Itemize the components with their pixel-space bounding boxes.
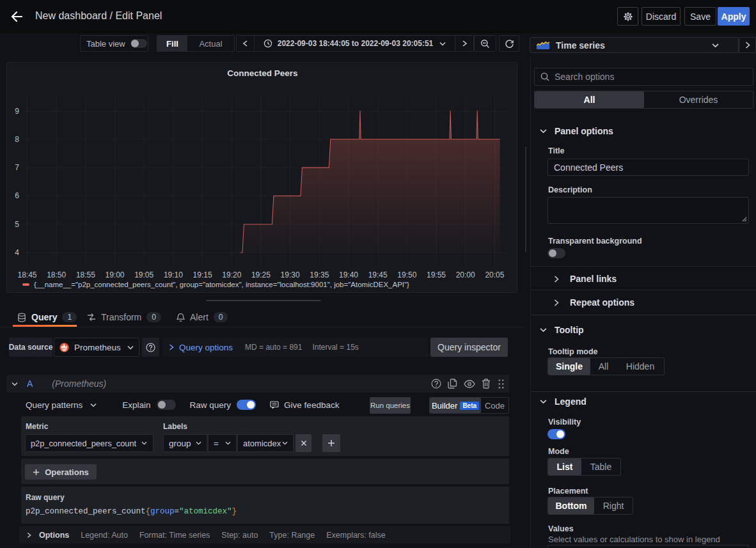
svg-text:19:45: 19:45	[368, 270, 388, 279]
svg-text:19:50: 19:50	[397, 270, 416, 279]
svg-text:8: 8	[15, 135, 19, 144]
svg-text:19:15: 19:15	[193, 270, 212, 279]
svg-text:19:00: 19:00	[105, 270, 124, 279]
svg-text:19:25: 19:25	[251, 270, 271, 279]
svg-text:19:30: 19:30	[281, 270, 300, 279]
svg-text:6: 6	[15, 191, 19, 200]
svg-text:9: 9	[15, 107, 19, 116]
svg-text:4: 4	[15, 248, 19, 257]
svg-text:5: 5	[15, 220, 19, 229]
svg-text:19:35: 19:35	[310, 270, 329, 279]
svg-text:7: 7	[15, 163, 19, 172]
svg-text:20:05: 20:05	[485, 270, 504, 279]
svg-text:19:40: 19:40	[339, 270, 358, 279]
svg-text:18:45: 18:45	[17, 270, 36, 279]
svg-text:20:00: 20:00	[456, 270, 475, 279]
svg-text:19:20: 19:20	[222, 270, 241, 279]
svg-text:19:55: 19:55	[427, 270, 446, 279]
svg-text:{__name__="p2p_connected_peers: {__name__="p2p_connected_peers_count", g…	[34, 281, 409, 288]
svg-text:19:05: 19:05	[134, 270, 154, 279]
svg-text:18:55: 18:55	[76, 270, 95, 279]
svg-text:18:50: 18:50	[47, 270, 66, 279]
svg-text:19:10: 19:10	[164, 270, 183, 279]
